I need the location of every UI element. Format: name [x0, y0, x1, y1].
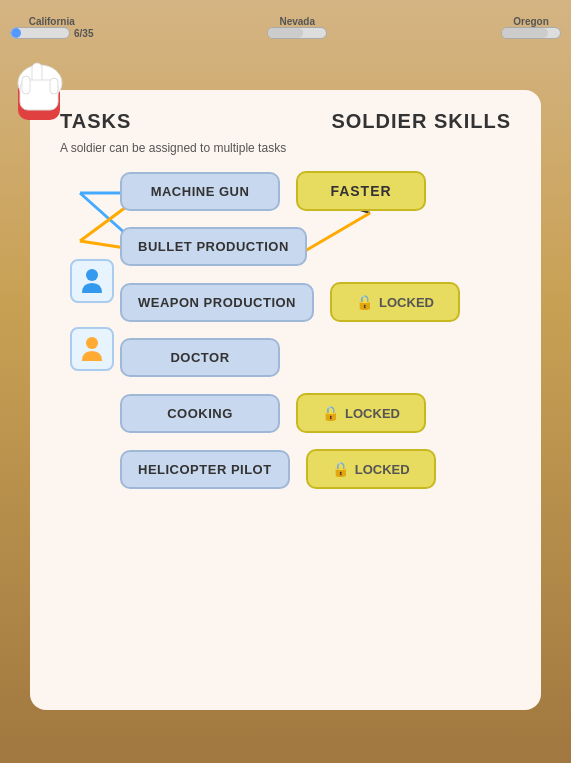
dialog-content: MACHINE GUN FASTER BULLET PRODUCTION WEA…: [50, 171, 521, 489]
task-row-doctor: DOCTOR: [120, 338, 521, 377]
dialog-subtitle: A soldier can be assigned to multiple ta…: [50, 141, 521, 155]
hud-oregon: Oregon: [501, 16, 561, 39]
svg-rect-3: [22, 76, 30, 94]
svg-rect-2: [20, 80, 58, 110]
hud-oregon-name: Oregon: [513, 16, 549, 27]
skills-title: SOLDIER SKILLS: [331, 110, 511, 133]
svg-rect-4: [50, 78, 58, 94]
task-row-helicopter-pilot: HELICOPTER PILOT 🔒 LOCKED: [120, 449, 521, 489]
lock-icon-cooking: 🔒: [322, 405, 339, 421]
lock-icon-weapon: 🔒: [356, 294, 373, 310]
task-row-cooking: COOKING 🔒 LOCKED: [120, 393, 521, 433]
skill-locked-weapon: 🔒 LOCKED: [330, 282, 460, 322]
task-row-bullet-production: BULLET PRODUCTION: [120, 227, 521, 266]
close-button[interactable]: [18, 78, 60, 120]
tasks-dialog: TASKS SOLDIER SKILLS A soldier can be as…: [30, 90, 541, 710]
task-machine-gun[interactable]: MACHINE GUN: [120, 172, 280, 211]
top-hud: California 6/35 Nevada Oregon: [0, 0, 571, 55]
hud-california-bar: [10, 27, 70, 39]
task-helicopter-pilot[interactable]: HELICOPTER PILOT: [120, 450, 290, 489]
dialog-header: TASKS SOLDIER SKILLS: [50, 110, 521, 133]
task-doctor[interactable]: DOCTOR: [120, 338, 280, 377]
locked-label-cooking: LOCKED: [345, 406, 400, 421]
task-bullet-production[interactable]: BULLET PRODUCTION: [120, 227, 307, 266]
tasks-title: TASKS: [60, 110, 131, 133]
task-weapon-production[interactable]: WEAPON PRODUCTION: [120, 283, 314, 322]
soldiers-area: [70, 259, 114, 371]
hud-nevada-bar: [267, 27, 327, 39]
soldier-blue[interactable]: [70, 259, 114, 303]
soldier-orange[interactable]: [70, 327, 114, 371]
lock-icon-helicopter: 🔒: [332, 461, 349, 477]
locked-label-weapon: LOCKED: [379, 295, 434, 310]
hud-california-score: 6/35: [74, 28, 93, 39]
svg-point-12: [86, 337, 98, 349]
task-row-weapon-production: WEAPON PRODUCTION 🔒 LOCKED: [120, 282, 521, 322]
skill-locked-cooking: 🔒 LOCKED: [296, 393, 426, 433]
task-cooking[interactable]: COOKING: [120, 394, 280, 433]
task-row-machine-gun: MACHINE GUN FASTER: [120, 171, 521, 211]
hud-nevada: Nevada: [267, 16, 327, 39]
hud-california-name: California: [29, 16, 75, 27]
tasks-container: MACHINE GUN FASTER BULLET PRODUCTION WEA…: [50, 171, 521, 489]
hud-oregon-bar: [501, 27, 561, 39]
hud-nevada-name: Nevada: [279, 16, 315, 27]
svg-point-11: [86, 269, 98, 281]
skill-faster[interactable]: FASTER: [296, 171, 426, 211]
skill-locked-helicopter: 🔒 LOCKED: [306, 449, 436, 489]
hud-california: California 6/35: [10, 16, 93, 39]
locked-label-helicopter: LOCKED: [355, 462, 410, 477]
